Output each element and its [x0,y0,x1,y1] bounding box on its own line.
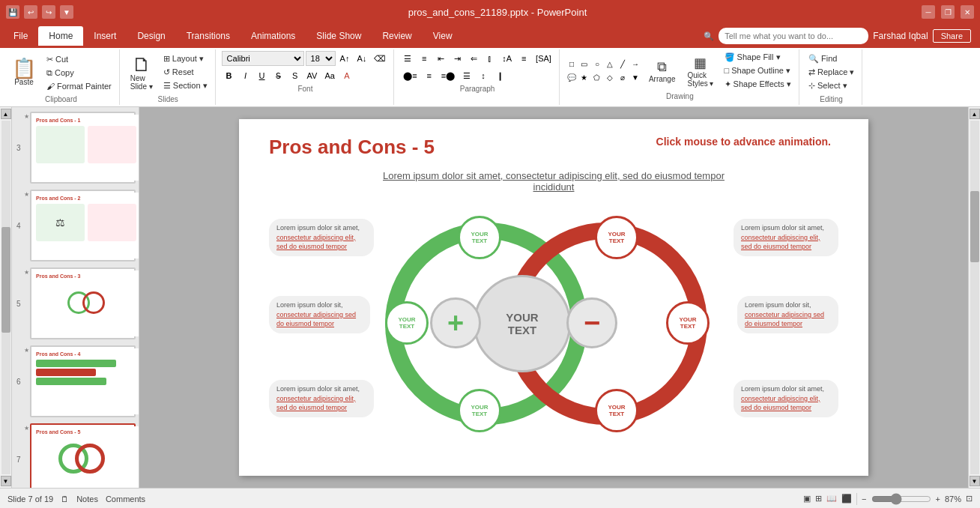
rect-shape[interactable]: □ [566,58,578,70]
tab-insert[interactable]: Insert [83,26,127,46]
justify-button[interactable]: ☰ [459,68,474,83]
cylinder-shape[interactable]: ⌀ [617,72,629,84]
smartart-button[interactable]: [SA] [533,51,554,66]
scroll-up-btn[interactable]: ▲ [1,109,11,119]
restore-icon[interactable]: ❐ [941,5,955,19]
italic-button[interactable]: I [238,68,253,83]
comments-button[interactable]: Comments [106,495,145,504]
shape-outline-button[interactable]: □ Shape Outline ▾ [722,64,794,77]
small-circle-green-top[interactable]: YOURTEXT [458,216,501,259]
canvas-scroll-down[interactable]: ▼ [970,476,980,486]
canvas-scroll-up[interactable]: ▲ [970,109,980,119]
redo-icon[interactable]: ↪ [42,5,55,19]
indent-less-button[interactable]: ⇤ [433,51,448,66]
rounded-rect-shape[interactable]: ▭ [578,58,590,70]
tab-view[interactable]: View [423,26,463,46]
decrease-font-button[interactable]: A↓ [354,51,369,66]
numbered-button[interactable]: ≡ [417,51,432,66]
slide-scroll-thumb[interactable] [1,227,10,333]
clear-format-button[interactable]: ⌫ [371,51,389,66]
line-shape[interactable]: ╱ [617,58,629,70]
copy-button[interactable]: ⧉ Copy [43,67,115,79]
replace-button[interactable]: ⇄ Replace ▾ [805,66,857,79]
select-button[interactable]: ⊹ Select ▾ [805,79,857,92]
reading-view-btn[interactable]: 📖 [826,494,837,504]
bold-button[interactable]: B [222,68,237,83]
align-center-button[interactable]: ≡ [422,68,437,83]
align-text-button[interactable]: ≡ [516,51,531,66]
slide-4-thumb[interactable]: Pros and Cons - 2 ⚖ [30,190,136,261]
shadow-button[interactable]: S [288,68,303,83]
normal-view-btn[interactable]: ▣ [803,494,811,504]
close-icon[interactable]: ✕ [961,5,974,19]
shape-fill-button[interactable]: 🪣 Shape Fill ▾ [722,51,794,64]
char-spacing-button[interactable]: AV [304,68,321,83]
format-painter-button[interactable]: 🖌 Format Painter [43,80,115,92]
zoom-in-btn[interactable]: + [936,495,940,504]
cut-button[interactable]: ✂ Cut [43,53,115,66]
save-icon[interactable]: 💾 [6,5,19,19]
small-circle-green-bot[interactable]: YOURTEXT [458,389,501,432]
canvas-scroll-thumb[interactable] [970,191,979,261]
star-shape[interactable]: ★ [578,72,590,84]
tab-transitions[interactable]: Transitions [176,26,241,46]
share-button[interactable]: Share [933,29,971,43]
small-circle-red-top[interactable]: YOURTEXT [595,216,638,259]
new-slide-button[interactable]: 🗋 NewSlide ▾ [126,52,157,93]
small-circle-green-mid[interactable]: YOURTEXT [385,301,429,345]
indent-more-button[interactable]: ⇥ [450,51,465,66]
line-spacing-button[interactable]: ↕ [476,68,491,83]
scroll-down-btn[interactable]: ▼ [1,476,11,486]
section-button[interactable]: ☰ Section ▾ [160,79,211,92]
more-shapes-button[interactable]: ▼ [629,72,641,84]
align-left-button[interactable]: ⬤≡ [400,68,420,83]
zoom-out-btn[interactable]: − [862,495,866,504]
callout-shape[interactable]: 💬 [566,72,578,84]
font-case-button[interactable]: Aa [321,68,337,83]
find-button[interactable]: 🔍 Find [805,52,857,65]
font-family-select[interactable]: Calibri [222,51,304,66]
slide-sorter-btn[interactable]: ⊞ [815,494,822,504]
tab-slideshow[interactable]: Slide Show [306,26,372,46]
tab-design[interactable]: Design [127,26,175,46]
notes-button[interactable]: Notes [76,495,98,504]
oval-shape[interactable]: ○ [591,58,603,70]
strikethrough-button[interactable]: S̶ [271,68,286,83]
align-right-button[interactable]: ≡⬤ [438,68,458,83]
tab-review[interactable]: Review [372,26,422,46]
paste-button[interactable]: 📋 Paste [7,56,40,88]
plus-circle[interactable]: + [430,297,481,348]
layout-button[interactable]: ⊞ Layout ▾ [160,52,211,65]
small-circle-red-bot[interactable]: YOURTEXT [595,389,638,432]
arrange-button[interactable]: ⧉ Arrange [644,57,680,85]
canvas-area[interactable]: Pros and Cons - 5 Click mouse to advance… [139,107,968,488]
customize-icon[interactable]: ▼ [60,5,73,19]
minus-circle[interactable]: − [566,297,617,348]
slide-5-thumb[interactable]: Pros and Cons - 3 [30,267,136,339]
bullets-button[interactable]: ☰ [400,51,415,66]
shape-effects-button[interactable]: ✦ Shape Effects ▾ [722,78,794,91]
tab-file[interactable]: File [3,26,38,46]
arrow-shape[interactable]: → [629,58,641,70]
zoom-slider[interactable] [871,493,931,505]
col-button[interactable]: ❙ [492,68,507,83]
underline-button[interactable]: U [255,68,270,83]
pentagon-shape[interactable]: ⬠ [591,72,603,84]
slide-canvas[interactable]: Pros and Cons - 5 Click mouse to advance… [239,119,868,476]
quick-styles-button[interactable]: ▦ QuickStyles ▾ [683,52,718,90]
cols-button[interactable]: ⫿ [483,51,497,66]
text-direction-button[interactable]: ↕A [499,51,515,66]
triangle-shape[interactable]: △ [604,58,616,70]
slide-3-thumb[interactable]: Pros and Cons - 1 [30,112,136,184]
slide-6-thumb[interactable]: Pros and Cons - 4 [30,345,136,417]
tab-animations[interactable]: Animations [241,26,306,46]
font-color-button[interactable]: A [339,68,354,83]
tell-me-input[interactable] [719,28,868,44]
increase-font-button[interactable]: A↑ [337,51,353,66]
diamond-shape[interactable]: ◇ [604,72,616,84]
center-circle[interactable]: YOURTEXT [474,275,571,372]
font-size-select[interactable]: 18 [306,51,336,66]
undo-icon[interactable]: ↩ [24,5,37,19]
small-circle-red-mid[interactable]: YOURTEXT [666,301,710,345]
slide-7-thumb[interactable]: Pros and Cons - 5 [30,423,136,488]
